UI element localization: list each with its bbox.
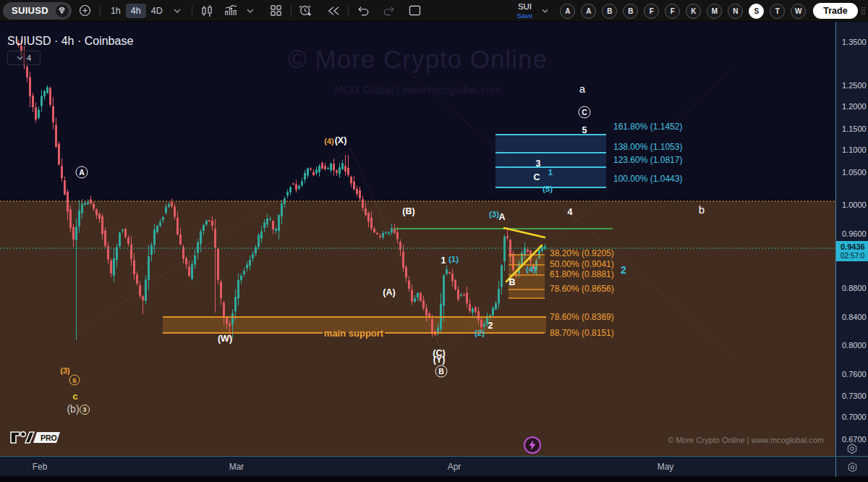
indicators-dropdown-chevron-icon[interactable] <box>241 1 260 20</box>
time-tick-label-May: May <box>658 462 674 472</box>
save-label[interactable]: Save <box>517 12 533 20</box>
chart-watermark-subtitle: MCO Global | www.mcoglobal.com <box>0 83 835 96</box>
price-tick-label: 1.2500 <box>842 81 867 90</box>
price-tick-label: 1.2000 <box>842 102 867 111</box>
toolbar-left-group: SUIUSD 1h 4h 4D <box>0 1 425 20</box>
price-tick-label: 1.0000 <box>842 200 867 209</box>
wave-label: 5 <box>582 126 587 135</box>
fib-extension-label: 138.00% (1.1053) <box>613 142 682 152</box>
tradingview-app: SUIUSD 1h 4h 4D <box>0 0 868 482</box>
bar-countdown: 02:57:0 <box>841 252 868 261</box>
fib-retracement-label: 61.80% (0.8881) <box>550 269 614 279</box>
fib-retracement-label: 78.60% (0.8656) <box>550 284 614 294</box>
layout-tab-A[interactable]: A <box>560 4 575 19</box>
toolbar-drag-handle[interactable]: ⣿ <box>861 8 867 14</box>
indicators-icon[interactable] <box>222 1 241 20</box>
layout-tab-F[interactable]: F <box>665 4 680 19</box>
time-axis-settings-corner[interactable] <box>835 457 868 477</box>
wave-label: (4) <box>324 138 333 145</box>
wave-label: 2 <box>621 265 626 275</box>
undo-icon[interactable] <box>354 1 373 20</box>
main-support-label: main support <box>324 328 383 339</box>
wave-label: (Y) <box>433 355 446 365</box>
fib-extension-label: 161.80% (1.1452) <box>613 122 682 132</box>
time-tick-label-Mar: Mar <box>229 462 244 472</box>
wave-label: B <box>509 278 515 287</box>
layout-tab-M[interactable]: M <box>707 4 722 19</box>
layout-tab-F[interactable]: F <box>644 4 659 19</box>
wave-label: A <box>498 213 505 222</box>
layout-tab-B[interactable]: B <box>623 4 638 19</box>
diamond-icon[interactable] <box>56 4 69 17</box>
wave-label: (X) <box>335 136 347 145</box>
interval-1h-button[interactable]: 1h <box>106 4 126 18</box>
price-axis[interactable]: 1.35001.25001.20001.15001.10001.05001.00… <box>835 22 868 456</box>
bottom-strip <box>0 476 868 482</box>
redo-icon[interactable] <box>380 1 399 20</box>
wave-label: 5 <box>69 375 80 386</box>
interval-dropdown-chevron-icon[interactable] <box>168 1 187 20</box>
symbol-search-button[interactable]: SUIUSD <box>3 2 72 20</box>
last-price-badge: 0.9436 02:57:0 <box>836 241 868 261</box>
wave-label: B <box>435 365 448 378</box>
layout-name: SUI <box>517 3 533 12</box>
tradingview-pro-logo[interactable]: PRO <box>10 430 64 445</box>
wave-label: a <box>579 83 585 94</box>
wave-label: (5) <box>542 185 553 194</box>
price-tick-label: 1.1500 <box>842 124 867 133</box>
layout-tab-S[interactable]: S <box>749 4 764 19</box>
interval-4h-button[interactable]: 4h <box>126 4 146 18</box>
bar-replay-icon[interactable] <box>324 1 343 20</box>
price-tick-label: 0.8800 <box>842 284 867 292</box>
price-tick-label: 0.8000 <box>842 341 867 350</box>
pane-copyright: © More Crypto Online | www.mcoglobal.com <box>668 436 824 444</box>
price-tick-label: 1.3500 <box>842 38 867 46</box>
price-tick-label: 0.7000 <box>842 413 867 421</box>
fib-support-label: 78.60% (0.8369) <box>550 312 614 322</box>
chevron-down-icon <box>17 56 23 60</box>
symbol-name: SUIUSD <box>12 5 48 16</box>
wave-label: (4) <box>526 266 536 274</box>
chart-legend-title[interactable]: SUIUSD · 4h · Coinbase <box>7 35 133 48</box>
fib-retracement-label: 50.00% (0.9041) <box>550 259 614 269</box>
layout-tab-N[interactable]: N <box>728 4 743 19</box>
layout-grid-icon[interactable] <box>267 1 286 20</box>
layout-tab-K[interactable]: K <box>686 4 701 19</box>
price-axis-settings-icon[interactable] <box>846 443 858 457</box>
object-count: 4 <box>27 54 31 62</box>
quick-action-bolt-button[interactable] <box>524 436 541 454</box>
fullscreen-rect-icon[interactable] <box>406 1 425 20</box>
object-tree-count-chip[interactable]: 4 <box>7 51 41 65</box>
wave-label: (2) <box>475 329 485 338</box>
toolbar-separator <box>348 5 349 17</box>
time-tick-label-Feb: Feb <box>33 462 48 472</box>
layout-tab-T[interactable]: T <box>770 4 785 19</box>
time-axis[interactable]: FebMarAprMay <box>0 456 868 476</box>
toolbar-separator <box>291 5 292 17</box>
wave-label: 2 <box>488 321 493 331</box>
fib-support-label: 88.70% (0.8151) <box>550 328 614 338</box>
svg-text:PRO: PRO <box>41 434 57 442</box>
toolbar-separator <box>100 5 101 17</box>
layout-tab-B[interactable]: B <box>602 4 617 19</box>
wave-label: 3 <box>80 405 90 415</box>
price-tick-label: 1.1000 <box>842 145 867 154</box>
layout-name-save[interactable]: SUI Save <box>517 3 533 19</box>
wave-label: (3) <box>60 367 69 375</box>
wave-label: (3) <box>489 211 499 219</box>
wave-label: 1 <box>548 169 553 177</box>
layout-tab-W[interactable]: W <box>791 4 806 19</box>
wave-label: 1 <box>441 256 446 266</box>
layout-dropdown-chevron-icon[interactable] <box>535 1 554 20</box>
price-tick-label: 0.7300 <box>842 392 867 400</box>
price-tick-label: 0.7600 <box>842 370 867 379</box>
compare-add-symbol-button[interactable] <box>76 1 95 20</box>
alert-plus-icon[interactable] <box>297 1 315 20</box>
wave-label: 4 <box>568 208 573 217</box>
interval-4d-button[interactable]: 4D <box>146 4 168 18</box>
layout-tab-A[interactable]: A <box>581 4 596 19</box>
chart-pane[interactable]: © More Crypto Online MCO Global | www.mc… <box>0 22 835 456</box>
chart-style-candles-icon[interactable] <box>197 1 216 20</box>
wave-label: 3 <box>536 159 541 169</box>
trade-button[interactable]: Trade <box>813 3 857 19</box>
